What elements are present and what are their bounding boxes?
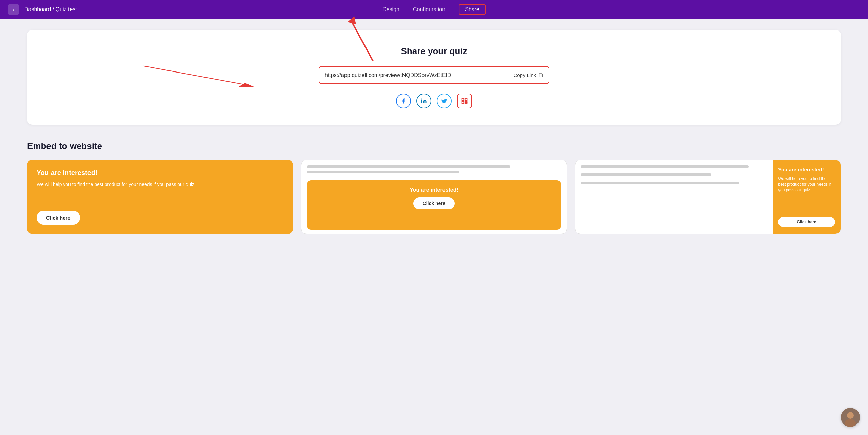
embed-card-sidebar: You are interested! We will help you to … xyxy=(575,160,841,234)
svg-rect-6 xyxy=(465,103,466,104)
url-bar: https://app.quizell.com/preview/tNQDDSor… xyxy=(319,66,549,84)
embed-cards: You are interested! We will help you to … xyxy=(27,160,841,234)
nav-share[interactable]: Share xyxy=(459,4,486,15)
linkedin-button[interactable] xyxy=(416,94,431,108)
svg-rect-2 xyxy=(465,99,467,101)
social-buttons xyxy=(396,94,472,108)
embed-title: Embed to website xyxy=(27,141,841,151)
share-url: https://app.quizell.com/preview/tNQDDSor… xyxy=(319,67,508,83)
sidebar-click-button[interactable]: Click here xyxy=(778,217,835,227)
svg-rect-3 xyxy=(462,102,464,104)
twitter-button[interactable] xyxy=(437,94,452,108)
svg-point-14 xyxy=(845,419,856,427)
header: ‹ Dashboard / Quiz test Design Configura… xyxy=(0,0,868,19)
svg-rect-7 xyxy=(466,103,467,104)
nav-configuration[interactable]: Configuration xyxy=(413,5,445,14)
main-content: Share your quiz https://app.quizell.com/… xyxy=(0,19,868,256)
nav-design[interactable]: Design xyxy=(382,5,399,14)
facebook-button[interactable] xyxy=(396,94,411,108)
copy-icon: ⧉ xyxy=(539,71,543,79)
qr-button[interactable] xyxy=(457,94,472,108)
orange-widget: You are interested! Click here xyxy=(307,180,561,230)
embed-card-widget: You are interested! Click here xyxy=(301,160,567,234)
sidebar-desc: We will help you to find the best produc… xyxy=(778,176,835,212)
back-button[interactable]: ‹ xyxy=(8,4,19,15)
sidebar-gray-line-3 xyxy=(581,182,739,184)
widget-tag: You are interested! xyxy=(410,187,458,193)
embed-card-full-button[interactable]: Click here xyxy=(37,211,80,225)
sidebar-gray-line-1 xyxy=(581,165,749,168)
svg-point-0 xyxy=(421,99,422,100)
copy-link-button[interactable]: Copy Link ⧉ xyxy=(508,67,549,83)
gray-line-2 xyxy=(307,171,459,173)
sidebar-gray-line-2 xyxy=(581,173,711,176)
back-icon: ‹ xyxy=(13,6,14,13)
share-card: Share your quiz https://app.quizell.com/… xyxy=(27,30,841,125)
embed-card-main-area xyxy=(575,160,773,234)
svg-rect-4 xyxy=(465,102,466,103)
embed-card-full-desc: We will help you to find the best produc… xyxy=(37,181,283,203)
embed-card-sidebar-panel: You are interested! We will help you to … xyxy=(773,160,841,234)
copy-link-label: Copy Link xyxy=(513,72,536,78)
svg-rect-5 xyxy=(466,102,467,103)
share-title: Share your quiz xyxy=(401,46,467,57)
svg-rect-1 xyxy=(462,99,464,101)
avatar[interactable] xyxy=(841,408,860,427)
widget-click-button[interactable]: Click here xyxy=(413,197,455,209)
svg-point-13 xyxy=(847,412,854,419)
embed-section: Embed to website You are interested! We … xyxy=(27,141,841,245)
gray-line-1 xyxy=(307,165,510,168)
avatar-image xyxy=(841,408,860,427)
embed-card-full-tag: You are interested! xyxy=(37,169,283,177)
embed-card-full: You are interested! We will help you to … xyxy=(27,160,293,234)
embed-card-widget-lines xyxy=(301,160,567,176)
main-nav: Design Configuration Share xyxy=(382,4,486,15)
sidebar-tag: You are interested! xyxy=(778,167,835,172)
